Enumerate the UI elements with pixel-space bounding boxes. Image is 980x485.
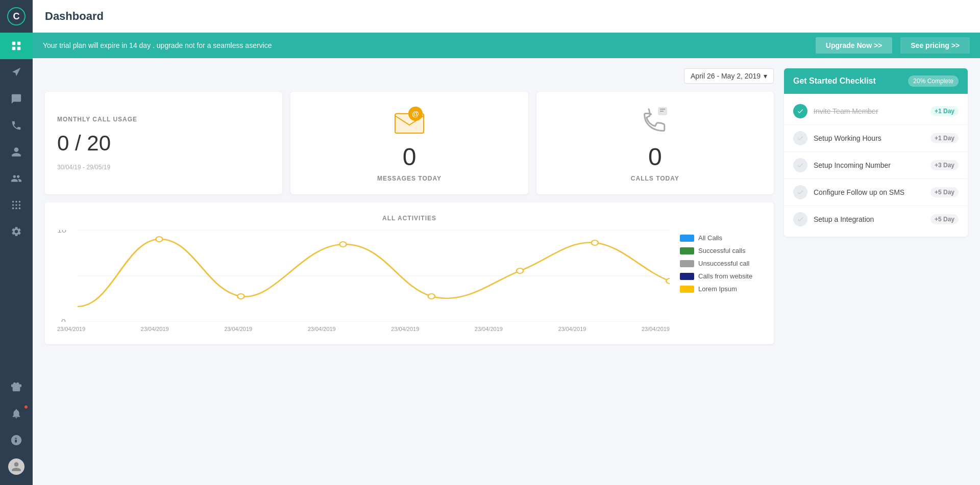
svg-rect-3 (17, 42, 20, 45)
checklist-header: Get Started Checklist 20% Complete (784, 68, 968, 94)
date-picker[interactable]: April 26 - May 2, 2019 ▾ (684, 68, 774, 84)
content-area: April 26 - May 2, 2019 ▾ MONTHLY CALL US… (33, 58, 980, 485)
sidebar-item-avatar[interactable] (0, 453, 33, 480)
x-label-8: 23/04/2019 (642, 326, 670, 332)
stats-row: MONTHLY CALL USAGE 0 / 20 30/04/19 - 29/… (45, 92, 774, 194)
upgrade-now-button[interactable]: Upgrade Now >> (816, 37, 892, 54)
svg-point-14 (19, 208, 21, 210)
svg-point-31 (237, 294, 244, 299)
svg-point-6 (12, 201, 14, 203)
sidebar-item-support[interactable] (0, 427, 33, 453)
sidebar-item-messages[interactable] (0, 86, 33, 112)
activities-chart-card: ALL ACTIVITIES 10 0 (45, 202, 774, 344)
checklist-title: Get Started Checklist (793, 76, 876, 86)
sidebar-item-gift[interactable] (0, 374, 33, 400)
messages-label: MESSAGES TODAY (377, 175, 442, 182)
messages-today-card: @ 0 MESSAGES TODAY (290, 92, 528, 194)
check-circle-1 (793, 104, 807, 118)
calls-value: 0 (648, 143, 662, 171)
trial-banner: Your trial plan will expire in 14 day . … (33, 33, 980, 58)
sidebar-item-notifications[interactable] (0, 400, 33, 427)
checklist-item-3[interactable]: Setup Incoming Number +3 Day (784, 152, 968, 179)
calls-label: CALLS TODAY (631, 175, 679, 182)
calls-icon (639, 104, 671, 137)
x-label-6: 23/04/2019 (475, 326, 503, 332)
chart-legend: All Calls Successful calls Unsuccessful … (680, 230, 762, 332)
check-circle-5 (793, 212, 807, 226)
svg-point-30 (666, 278, 670, 284)
x-label-3: 23/04/2019 (224, 326, 252, 332)
svg-text:C: C (13, 11, 20, 21)
checklist-item-text-4: Configure Follow up on SMS (814, 188, 924, 196)
legend-swatch-all-calls (680, 235, 694, 242)
date-row: April 26 - May 2, 2019 ▾ (45, 68, 774, 84)
checklist-card: Get Started Checklist 20% Complete Invit… (784, 68, 968, 237)
legend-swatch-unsuccessful (680, 260, 694, 267)
svg-point-8 (19, 201, 21, 203)
topbar: Dashboard (33, 0, 980, 33)
left-column: April 26 - May 2, 2019 ▾ MONTHLY CALL US… (45, 68, 774, 475)
legend-label-website: Calls from website (698, 272, 752, 280)
svg-text:0: 0 (61, 318, 66, 322)
sidebar-item-campaigns[interactable] (0, 59, 33, 86)
checklist-item-1[interactable]: Invite Team Member +1 Day (784, 98, 968, 125)
svg-rect-4 (12, 47, 15, 50)
legend-swatch-lorem (680, 286, 694, 293)
sidebar: C (0, 0, 33, 485)
sidebar-item-settings[interactable] (0, 218, 33, 245)
legend-swatch-website (680, 273, 694, 280)
sidebar-item-team[interactable] (0, 165, 33, 192)
check-circle-2 (793, 131, 807, 145)
main-content: Dashboard Your trial plan will expire in… (33, 0, 980, 485)
legend-label-successful: Successful calls (698, 247, 745, 254)
checklist-day-5: +5 Day (930, 214, 959, 224)
checklist-items: Invite Team Member +1 Day Setup Working … (784, 94, 968, 237)
call-usage-label: MONTHLY CALL USAGE (57, 116, 137, 123)
sidebar-item-calls[interactable] (0, 112, 33, 139)
monthly-call-usage-card: MONTHLY CALL USAGE 0 / 20 30/04/19 - 29/… (45, 92, 282, 194)
svg-point-7 (15, 201, 17, 203)
check-circle-4 (793, 185, 807, 199)
svg-point-25 (156, 237, 162, 242)
checklist-item-text-1: Invite Team Member (814, 107, 924, 115)
svg-point-29 (517, 268, 523, 273)
checklist-item-text-3: Setup Incoming Number (814, 161, 924, 169)
checklist-item-2[interactable]: Setup Working Hours +1 Day (784, 125, 968, 152)
legend-successful-calls: Successful calls (680, 247, 762, 254)
svg-rect-5 (17, 47, 20, 50)
messages-icon: @ (393, 104, 426, 137)
svg-point-27 (428, 294, 435, 299)
legend-swatch-successful (680, 247, 694, 254)
see-pricing-button[interactable]: See pricing >> (900, 37, 970, 54)
logo[interactable]: C (0, 0, 33, 33)
x-label-5: 23/04/2019 (391, 326, 419, 332)
svg-rect-2 (12, 42, 15, 45)
svg-point-10 (15, 204, 17, 206)
x-label-7: 23/04/2019 (558, 326, 586, 332)
right-column: Get Started Checklist 20% Complete Invit… (784, 68, 968, 475)
checklist-day-4: +5 Day (930, 187, 959, 197)
checklist-item-5[interactable]: Setup a Integration +5 Day (784, 206, 968, 233)
legend-label-unsuccessful: Unsuccessful call (698, 260, 749, 267)
chart-area: 10 0 (57, 230, 670, 322)
checklist-item-text-5: Setup a Integration (814, 215, 924, 223)
legend-label-all-calls: All Calls (698, 234, 722, 242)
sidebar-item-contacts[interactable] (0, 139, 33, 165)
legend-all-calls: All Calls (680, 234, 762, 242)
sidebar-item-dashboard[interactable] (0, 33, 33, 59)
svg-point-12 (12, 208, 14, 210)
svg-point-28 (592, 240, 598, 245)
checklist-day-3: +3 Day (930, 160, 959, 170)
checklist-item-4[interactable]: Configure Follow up on SMS +5 Day (784, 179, 968, 206)
page-title: Dashboard (45, 10, 104, 23)
x-label-1: 23/04/2019 (57, 326, 85, 332)
call-usage-value: 0 / 20 (57, 131, 111, 156)
svg-point-11 (19, 204, 21, 206)
svg-point-26 (339, 242, 346, 247)
calls-today-card: 0 CALLS TODAY (536, 92, 774, 194)
sidebar-item-apps[interactable] (0, 192, 33, 218)
chart-title: ALL ACTIVITIES (57, 215, 762, 222)
svg-point-13 (15, 208, 17, 210)
checklist-item-text-2: Setup Working Hours (814, 134, 924, 142)
checklist-day-2: +1 Day (930, 133, 959, 143)
